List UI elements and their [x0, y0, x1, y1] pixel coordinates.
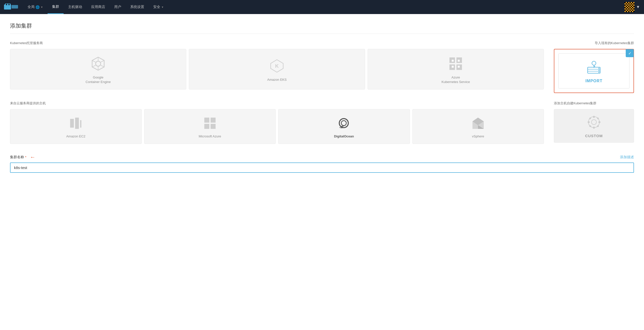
import-check-icon: ✓ — [626, 49, 634, 57]
svg-rect-22 — [458, 66, 460, 68]
vsphere-label: vSphere — [472, 134, 484, 139]
nav-item-settings[interactable]: 系统设置 — [126, 0, 149, 14]
gke-icon — [91, 56, 106, 72]
svg-point-27 — [598, 70, 599, 71]
k8s-providers-section: Kubernetes托管服务商 — [10, 41, 544, 93]
globe-icon: 🌐 — [36, 5, 40, 9]
do-card[interactable]: DigitalOcean — [278, 109, 410, 144]
eks-label: Amazon EKS — [267, 77, 286, 82]
svg-rect-50 — [598, 121, 600, 123]
nav-item-cluster[interactable]: 集群 — [48, 0, 64, 14]
ms-azure-card[interactable]: Microsoft Azure — [144, 109, 276, 144]
page-content: 添加集群 Kubernetes托管服务商 — [0, 14, 644, 181]
vsphere-icon — [471, 116, 485, 131]
add-description-link[interactable]: 添加描述 — [620, 155, 634, 159]
nav-item-global[interactable]: 全局 🌐 ▼ — [23, 0, 48, 14]
svg-point-28 — [598, 72, 599, 73]
svg-rect-21 — [452, 66, 454, 68]
required-indicator: * — [25, 155, 26, 159]
svg-rect-37 — [211, 118, 216, 123]
import-icon — [585, 60, 603, 76]
nav-item-app-store[interactable]: 应用商店 — [87, 0, 110, 14]
custom-card[interactable]: CUSTOM — [554, 109, 634, 143]
do-label: DigitalOcean — [334, 134, 354, 139]
aks-icon — [448, 56, 463, 72]
svg-line-10 — [101, 65, 104, 67]
bottom-section: 来自云服务商提供的主机 Amazon EC2 — [10, 101, 634, 144]
svg-point-6 — [96, 61, 101, 66]
ms-azure-icon — [203, 116, 217, 131]
cloud-providers-section: 来自云服务商提供的主机 Amazon EC2 — [10, 101, 544, 144]
cloud-section-label: 来自云服务商提供的主机 — [10, 101, 544, 106]
nav-users-label: 用户 — [114, 5, 121, 9]
nav-security-label: 安全 — [153, 5, 160, 9]
top-sections: Kubernetes托管服务商 — [10, 41, 634, 93]
svg-point-3 — [8, 4, 10, 5]
custom-section: 添加主机自建Kubernetes集群 — [554, 101, 634, 144]
eks-icon: K — [269, 58, 284, 74]
svg-point-2 — [6, 4, 7, 5]
import-section: 导入现有的Kubernetes集群 ✓ — [554, 41, 634, 93]
nav-item-host-driver[interactable]: 主机驱动 — [64, 0, 87, 14]
cluster-name-label: 集群名称 * ← — [10, 154, 35, 160]
svg-rect-20 — [458, 60, 460, 62]
ms-azure-label: Microsoft Azure — [199, 134, 221, 139]
user-avatar[interactable] — [624, 2, 634, 12]
svg-text:K: K — [275, 63, 279, 69]
aks-card[interactable]: AzureKubernetes Service — [368, 49, 544, 90]
svg-rect-4 — [12, 5, 18, 9]
svg-rect-35 — [80, 120, 81, 128]
vsphere-card[interactable]: vSphere — [412, 109, 544, 144]
custom-icon — [587, 115, 601, 130]
eks-card[interactable]: K Amazon EKS — [189, 49, 365, 90]
import-section-label: 导入现有的Kubernetes集群 — [554, 41, 634, 45]
nav-settings-label: 系统设置 — [130, 5, 144, 9]
import-box[interactable]: ✓ — [554, 49, 634, 93]
arrow-indicator: ← — [30, 154, 35, 160]
k8s-cards-grid: GoogleContainer Engine K Amazon EKS — [10, 49, 544, 90]
nav-global-label: 全局 — [28, 5, 35, 9]
svg-point-29 — [592, 61, 596, 65]
svg-line-12 — [92, 65, 96, 67]
svg-rect-49 — [588, 121, 590, 123]
svg-point-46 — [591, 120, 596, 125]
nav-items: 全局 🌐 ▼ 集群 主机驱动 应用商店 用户 系统设置 安全 ▼ — [23, 0, 624, 14]
nav-cluster-label: 集群 — [52, 5, 59, 9]
svg-point-26 — [598, 68, 599, 69]
gke-card[interactable]: GoogleContainer Engine — [10, 49, 186, 90]
app-logo[interactable] — [4, 2, 19, 12]
svg-line-11 — [101, 60, 104, 62]
nav-host-driver-label: 主机驱动 — [68, 5, 82, 9]
nav-bar: 全局 🌐 ▼ 集群 主机驱动 应用商店 用户 系统设置 安全 ▼ ▼ — [0, 0, 644, 14]
svg-rect-19 — [452, 60, 454, 62]
chevron-down-icon: ▼ — [41, 6, 43, 9]
svg-rect-33 — [70, 119, 74, 128]
svg-rect-36 — [204, 118, 209, 123]
form-section: 集群名称 * ← 添加描述 — [10, 154, 634, 173]
ec2-label: Amazon EC2 — [66, 134, 85, 139]
svg-rect-47 — [593, 116, 595, 118]
nav-right: ▼ — [624, 2, 640, 12]
user-menu-chevron[interactable]: ▼ — [636, 5, 640, 9]
form-row-header: 集群名称 * ← 添加描述 — [10, 154, 634, 160]
nav-app-store-label: 应用商店 — [91, 5, 105, 9]
svg-rect-38 — [204, 124, 209, 129]
aks-label: AzureKubernetes Service — [441, 75, 470, 84]
ec2-card[interactable]: Amazon EC2 — [10, 109, 142, 144]
ec2-icon — [69, 116, 83, 131]
nav-item-security[interactable]: 安全 ▼ — [149, 0, 168, 14]
page-title: 添加集群 — [10, 22, 634, 34]
svg-line-9 — [92, 60, 96, 62]
do-icon — [337, 116, 351, 131]
cluster-name-input[interactable] — [10, 162, 634, 173]
svg-rect-0 — [4, 5, 11, 10]
svg-rect-34 — [75, 118, 79, 129]
chevron-down-icon-security: ▼ — [161, 6, 164, 9]
gke-label: GoogleContainer Engine — [86, 75, 111, 84]
import-label: IMPORT — [585, 79, 602, 83]
svg-rect-54 — [597, 125, 599, 127]
cloud-cards-grid: Amazon EC2 Microsoft Azure — [10, 109, 544, 144]
k8s-section-label: Kubernetes托管服务商 — [10, 41, 544, 45]
nav-item-users[interactable]: 用户 — [110, 0, 126, 14]
svg-rect-23 — [588, 67, 600, 73]
